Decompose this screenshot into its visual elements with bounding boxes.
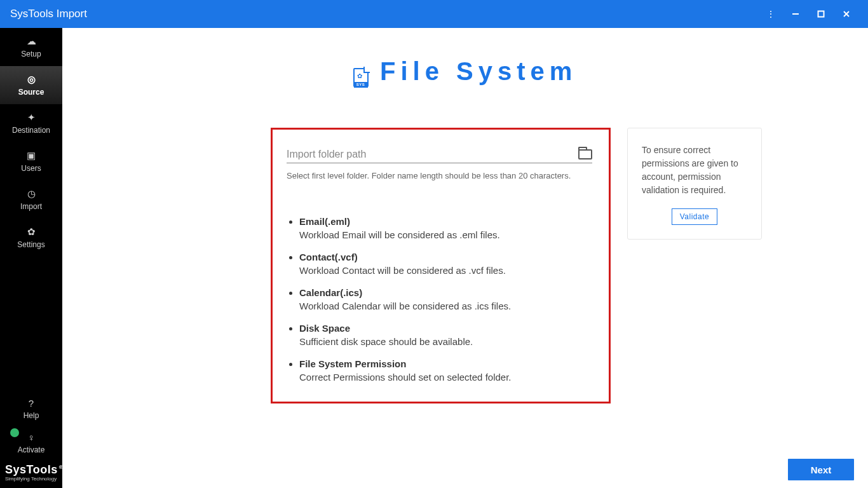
sidebar-item-destination[interactable]: ✦ Destination: [0, 104, 62, 142]
import-folder-path-input[interactable]: [287, 149, 573, 160]
source-icon: ◎: [27, 74, 36, 85]
maximize-icon[interactable]: [808, 0, 834, 28]
sidebar-item-label: Destination: [12, 126, 50, 135]
more-icon[interactable]: ⋮: [757, 0, 783, 28]
list-item: Contact(.vcf) Workload Contact will be c…: [299, 252, 592, 276]
sidebar-item-label: Users: [21, 164, 41, 173]
activate-icon: ♀: [27, 432, 34, 443]
users-icon: ▣: [27, 150, 36, 161]
list-item: Disk Space Sufficient disk space should …: [299, 323, 592, 347]
main-content: ✿ SYS File System Select first level fol…: [62, 28, 868, 488]
sidebar-item-help[interactable]: ? Help: [0, 391, 62, 426]
gear-icon: ✿: [27, 226, 36, 238]
browse-folder-icon[interactable]: [578, 149, 592, 159]
validate-card: To ensure correct permissions are given …: [627, 128, 762, 240]
notes-list: Email(.eml) Workload Email will be consi…: [287, 216, 592, 383]
brand-logo: SysTools® Simplifying Technology: [0, 460, 62, 488]
window-buttons: ⋮: [757, 0, 868, 28]
sidebar-item-import[interactable]: ◷ Import: [0, 180, 62, 219]
sidebar-item-label: Settings: [17, 240, 44, 249]
helper-text: Select first level folder. Folder name l…: [287, 171, 592, 180]
sidebar: ☁ Setup ◎ Source ✦ Destination ▣ Users ◷…: [0, 28, 62, 488]
file-system-icon: ✿ SYS: [353, 68, 369, 87]
sidebar-item-users[interactable]: ▣ Users: [0, 142, 62, 180]
list-item: Calendar(.ics) Workload Calendar will be…: [299, 287, 592, 311]
page-title: File System: [380, 57, 577, 86]
clock-icon: ◷: [27, 188, 36, 200]
sidebar-item-activate[interactable]: ♀ Activate: [0, 426, 62, 460]
sidebar-item-source[interactable]: ◎ Source: [0, 66, 62, 104]
window-title: SysTools Import: [10, 8, 87, 20]
import-panel: Select first level folder. Folder name l…: [271, 128, 611, 403]
minimize-icon[interactable]: [783, 0, 808, 28]
list-item: File System Permission Correct Permissio…: [299, 358, 592, 383]
page-header: ✿ SYS File System: [62, 57, 868, 87]
sidebar-item-label: Source: [18, 88, 44, 97]
sidebar-item-label: Import: [20, 202, 42, 211]
svg-rect-1: [818, 11, 824, 17]
status-badge-icon: [10, 428, 19, 437]
sidebar-item-label: Help: [24, 411, 39, 420]
window-titlebar: SysTools Import ⋮: [0, 0, 868, 28]
next-button[interactable]: Next: [788, 459, 854, 480]
list-item: Email(.eml) Workload Email will be consi…: [299, 216, 592, 240]
help-icon: ?: [29, 398, 34, 409]
validate-button[interactable]: Validate: [672, 208, 717, 225]
cloud-icon: ☁: [27, 36, 36, 47]
sidebar-item-setup[interactable]: ☁ Setup: [0, 28, 62, 66]
sidebar-item-settings[interactable]: ✿ Settings: [0, 219, 62, 257]
sidebar-item-label: Setup: [21, 50, 41, 58]
target-icon: ✦: [27, 112, 36, 123]
sidebar-item-label: Activate: [18, 445, 45, 454]
close-icon[interactable]: [834, 0, 859, 28]
validate-card-text: To ensure correct permissions are given …: [642, 144, 747, 197]
